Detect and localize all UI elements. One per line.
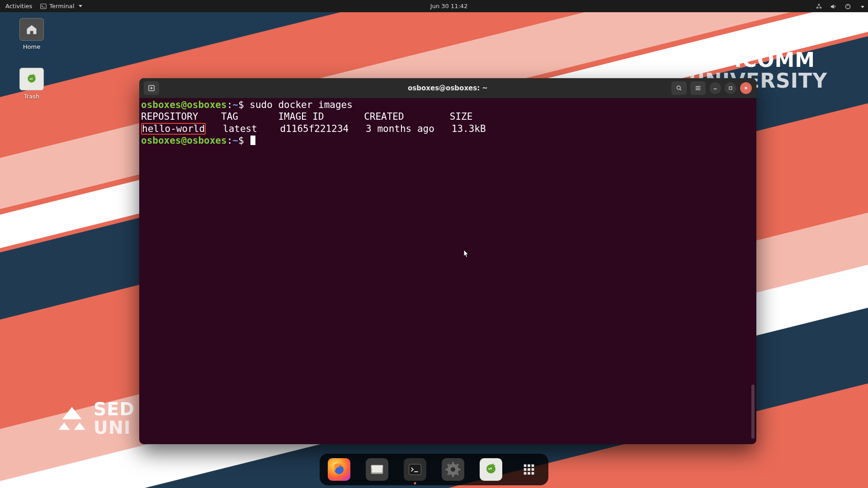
terminal-titlebar[interactable]: osboxes@osboxes: ~ bbox=[139, 78, 756, 98]
text-cursor bbox=[250, 136, 255, 145]
col-tag: TAG bbox=[221, 111, 238, 122]
cell-created: 3 months ago bbox=[366, 123, 434, 134]
col-repository: REPOSITORY bbox=[141, 111, 198, 122]
cell-repository: hello-world bbox=[141, 123, 206, 135]
prompt-sep: : bbox=[227, 99, 233, 110]
svg-rect-13 bbox=[409, 464, 421, 474]
svg-point-7 bbox=[677, 86, 680, 89]
dock-app-firefox[interactable] bbox=[328, 458, 350, 481]
svg-rect-23 bbox=[528, 472, 530, 475]
prompt-sigil: $ bbox=[238, 99, 250, 110]
volume-icon[interactable] bbox=[830, 3, 836, 9]
gnome-topbar: Activities Terminal Jun 30 11:42 bbox=[0, 0, 868, 12]
desktop-icon-label: Trash bbox=[14, 93, 50, 100]
wallpaper-brand-bottom: SEDUNI bbox=[58, 400, 135, 437]
svg-point-15 bbox=[451, 467, 455, 472]
maximize-button[interactable] bbox=[725, 82, 736, 94]
desktop-icon-trash[interactable]: Trash bbox=[14, 68, 50, 100]
prompt-sep: : bbox=[227, 135, 233, 146]
prompt-sigil: $ bbox=[238, 135, 250, 146]
svg-rect-0 bbox=[41, 4, 46, 9]
dock-app-trash[interactable] bbox=[480, 458, 502, 481]
appmenu-terminal[interactable]: Terminal bbox=[40, 3, 82, 9]
terminal-small-icon bbox=[40, 3, 47, 9]
prompt-path: ~ bbox=[232, 135, 238, 146]
cell-size: 13.3kB bbox=[452, 123, 486, 134]
dock bbox=[320, 454, 548, 485]
svg-rect-21 bbox=[532, 468, 534, 471]
prompt-path: ~ bbox=[232, 99, 238, 110]
svg-rect-22 bbox=[524, 472, 527, 475]
dock-app-terminal[interactable] bbox=[404, 458, 426, 481]
new-tab-button[interactable] bbox=[144, 81, 159, 95]
trash-icon bbox=[19, 68, 44, 90]
clock[interactable]: Jun 30 11:42 bbox=[430, 3, 468, 9]
dock-app-files[interactable] bbox=[366, 458, 388, 481]
svg-rect-17 bbox=[528, 465, 530, 467]
brand-line1: SEDICOMM bbox=[689, 50, 827, 70]
activities-label: Activities bbox=[5, 3, 32, 9]
terminal-window: osboxes@osboxes: ~ osboxes@osboxes:~$ su… bbox=[139, 78, 756, 444]
svg-rect-16 bbox=[524, 465, 527, 467]
close-button[interactable] bbox=[740, 82, 752, 94]
desktop-icon-label: Home bbox=[14, 43, 50, 50]
col-size: SIZE bbox=[450, 111, 473, 122]
dock-show-apps[interactable] bbox=[518, 458, 540, 481]
svg-rect-12 bbox=[372, 466, 382, 473]
svg-rect-19 bbox=[524, 468, 527, 471]
power-icon[interactable] bbox=[844, 3, 851, 9]
terminal-body[interactable]: osboxes@osboxes:~$ sudo docker images RE… bbox=[139, 98, 756, 444]
col-image-id: IMAGE ID bbox=[278, 111, 324, 122]
running-indicator-icon bbox=[414, 482, 416, 484]
search-button[interactable] bbox=[671, 81, 687, 95]
svg-rect-20 bbox=[528, 468, 530, 471]
prompt-user: osboxes@osboxes bbox=[141, 135, 227, 146]
brand-line2b: UNI bbox=[94, 418, 135, 437]
command-line: sudo docker images bbox=[250, 99, 353, 110]
window-title: osboxes@osboxes: ~ bbox=[139, 84, 756, 92]
mouse-pointer-icon bbox=[461, 249, 470, 260]
brand-line1b: SED bbox=[94, 400, 135, 419]
svg-rect-8 bbox=[729, 87, 732, 89]
minimize-button[interactable] bbox=[709, 82, 721, 94]
network-icon[interactable] bbox=[816, 3, 822, 9]
dock-app-settings[interactable] bbox=[442, 458, 464, 481]
home-folder-icon bbox=[19, 18, 44, 41]
hamburger-menu-button[interactable] bbox=[690, 81, 706, 95]
appmenu-label: Terminal bbox=[49, 3, 74, 9]
svg-rect-18 bbox=[532, 465, 534, 467]
scrollbar[interactable] bbox=[751, 385, 755, 439]
svg-rect-5 bbox=[848, 4, 848, 6]
prompt-user: osboxes@osboxes bbox=[141, 99, 227, 110]
system-menu-caret-icon[interactable] bbox=[859, 3, 863, 9]
svg-rect-24 bbox=[532, 472, 534, 475]
desktop-icon-home[interactable]: Home bbox=[14, 18, 50, 50]
activities-button[interactable]: Activities bbox=[5, 3, 32, 9]
cell-image-id: d1165f221234 bbox=[280, 123, 349, 134]
col-created: CREATED bbox=[364, 111, 404, 122]
cell-tag: latest bbox=[223, 123, 257, 134]
